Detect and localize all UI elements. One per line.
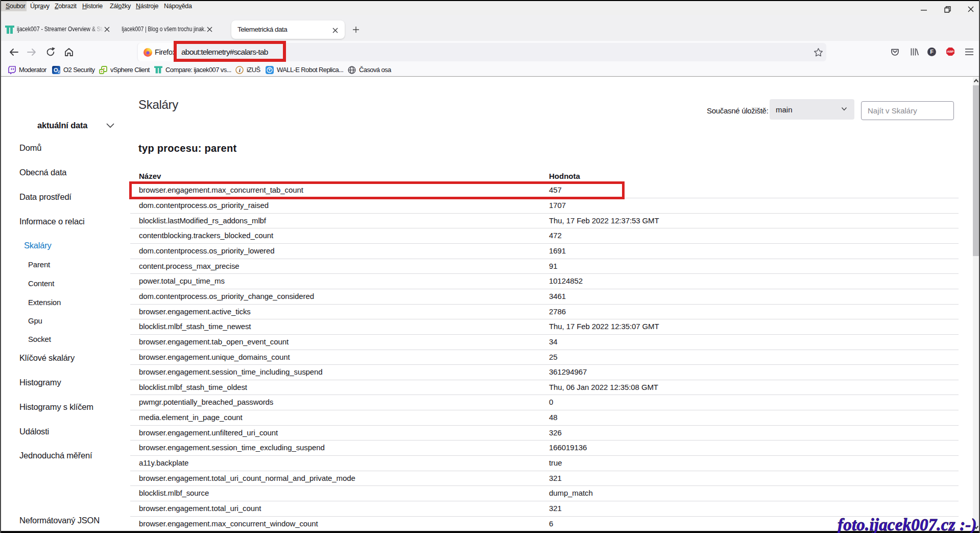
svg-text:i: i: [239, 67, 241, 73]
svg-text:foto.ijacek007.cz :-): foto.ijacek007.cz :-): [838, 516, 977, 533]
svg-text:ABP: ABP: [947, 50, 954, 53]
